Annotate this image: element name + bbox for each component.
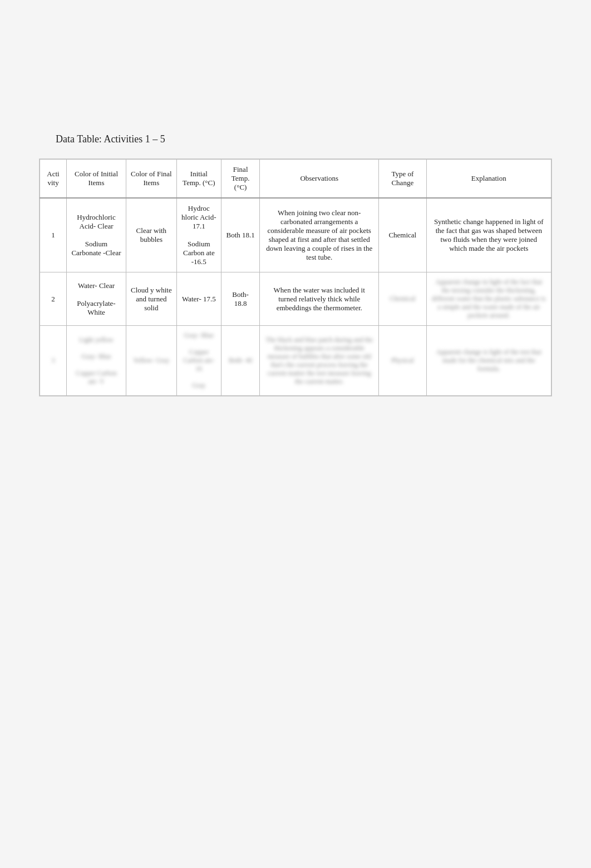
table-row: 3 Light yellow Gray- Blue Copper Carbon …: [40, 326, 551, 396]
cell-color-initial-1: Hydrochloric Acid- Clear Sodium Carbonat…: [67, 198, 126, 272]
cell-type-1: Chemical: [379, 198, 426, 272]
cell-final-temp-1: Both 18.1: [221, 198, 259, 272]
header-observations: Observations: [260, 160, 379, 199]
cell-final-temp-2: Both- 18.8: [221, 272, 259, 326]
header-type-of-change: Type of Change: [379, 160, 426, 199]
data-table: Activity Color of Initial Items Color of…: [39, 158, 552, 396]
cell-observations-3: The black and blue patch during and the …: [260, 326, 379, 396]
cell-observations-1: When joining two clear non-carbonated ar…: [260, 198, 379, 272]
table-row: 1 Hydrochloric Acid- Clear Sodium Carbon…: [40, 198, 551, 272]
page-title: Data Table: Activities 1 – 5: [56, 133, 569, 145]
header-color-final: Color of Final Items: [126, 160, 176, 199]
cell-color-final-2: Cloud y white and turned solid: [126, 272, 176, 326]
cell-initial-temp-2: Water- 17.5: [176, 272, 221, 326]
cell-color-final-3: Yellow- Gray: [126, 326, 176, 396]
cell-type-2: Chemical: [379, 272, 426, 326]
header-activity: Activity: [40, 160, 67, 199]
cell-initial-temp-1: Hydroc hloric Acid- 17.1 Sodium Carbon a…: [176, 198, 221, 272]
cell-explanation-3: Apparent change is light of the test tha…: [426, 326, 551, 396]
cell-observations-2: When the water was included it turned re…: [260, 272, 379, 326]
header-explanation: Explanation: [426, 160, 551, 199]
cell-explanation-2: Apparent change in light of the fact tha…: [426, 272, 551, 326]
cell-explanation-1: Synthetic change happened in light of th…: [426, 198, 551, 272]
table-row: 2 Water- Clear Polyacrylate- White Cloud…: [40, 272, 551, 326]
cell-activity-1: 1: [40, 198, 67, 272]
header-initial-temp: Initial Temp. (°C): [176, 160, 221, 199]
cell-final-temp-3: Both- 40: [221, 326, 259, 396]
header-final-temp: Final Temp. (°C): [221, 160, 259, 199]
cell-type-3: Physical: [379, 326, 426, 396]
cell-activity-2: 2: [40, 272, 67, 326]
cell-color-initial-3: Light yellow Gray- Blue Copper Carbon at…: [67, 326, 126, 396]
cell-color-initial-2: Water- Clear Polyacrylate- White: [67, 272, 126, 326]
cell-initial-temp-3: Gray- Blue Copper Carbon ate- 16 Gray: [176, 326, 221, 396]
cell-color-final-1: Clear with bubbles: [126, 198, 176, 272]
cell-activity-3: 3: [40, 326, 67, 396]
table-header-row: Activity Color of Initial Items Color of…: [40, 160, 551, 199]
header-color-initial: Color of Initial Items: [67, 160, 126, 199]
